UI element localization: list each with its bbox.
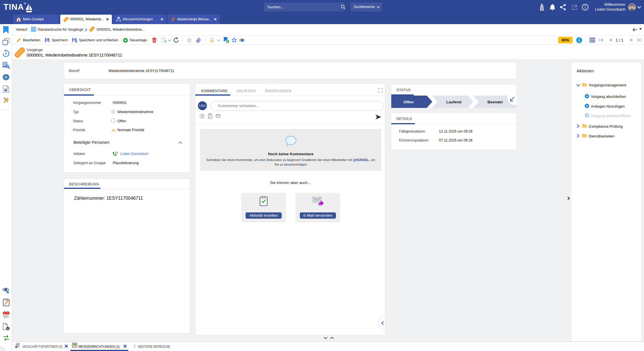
svg-text:Beendet: Beendet (487, 100, 503, 104)
svg-text:Laufend: Laufend (446, 100, 462, 104)
svg-text:Offen: Offen (403, 100, 413, 104)
